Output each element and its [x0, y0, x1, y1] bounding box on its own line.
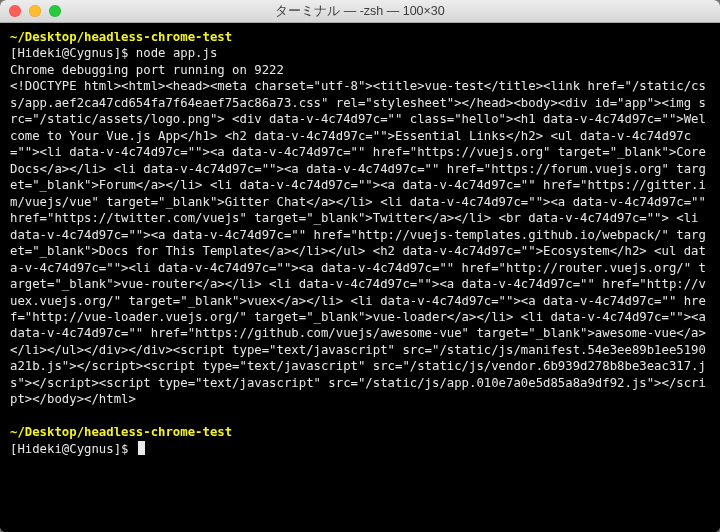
html-dump: <!DOCTYPE html><html><head><meta charset…: [10, 79, 713, 406]
close-icon[interactable]: [9, 5, 21, 17]
terminal-body[interactable]: ~/Desktop/headless-chrome-test [Hideki@C…: [0, 23, 720, 532]
titlebar: ターミナル — -zsh — 100×30: [0, 0, 720, 23]
minimize-icon[interactable]: [29, 5, 41, 17]
cwd-text: ~/Desktop/headless-chrome-test: [10, 30, 232, 44]
cwd-text-2: ~/Desktop/headless-chrome-test: [10, 425, 232, 439]
prompt-line-2: [Hideki@Cygnus]$: [10, 441, 710, 457]
cursor-icon: [138, 441, 145, 455]
html-output: <!DOCTYPE html><html><head><meta charset…: [10, 78, 710, 407]
zoom-icon[interactable]: [49, 5, 61, 17]
prompt-line: [Hideki@Cygnus]$ node app.js: [10, 45, 710, 61]
output-line: Chrome debugging port running on 9222: [10, 62, 710, 78]
blank-line: [10, 408, 710, 424]
running-text: Chrome debugging port running on 9222: [10, 63, 284, 77]
command-text: node app.js: [136, 46, 217, 60]
traffic-lights: [0, 5, 61, 17]
prompt-path: ~/Desktop/headless-chrome-test: [10, 29, 710, 45]
prompt-path-2: ~/Desktop/headless-chrome-test: [10, 424, 710, 440]
terminal-window: ターミナル — -zsh — 100×30 ~/Desktop/headless…: [0, 0, 720, 532]
window-title: ターミナル — -zsh — 100×30: [0, 3, 720, 20]
prompt-user-2: [Hideki@Cygnus]$: [10, 442, 136, 456]
prompt-user: [Hideki@Cygnus]$: [10, 46, 136, 60]
